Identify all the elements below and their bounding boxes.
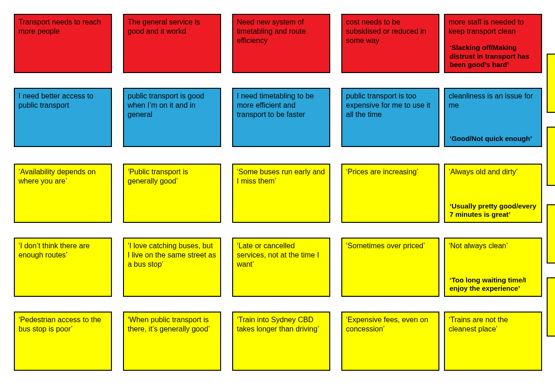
card-r4-c3: ‘Expensive fees, even on concession’ [341, 312, 439, 371]
card-r0-c0: Transport needs to reach more people [14, 14, 112, 73]
card-r0-c1: The general service is good and it workd [123, 14, 221, 73]
card-text: ‘Expensive fees, even on concession’ [346, 316, 428, 333]
card-edge-1 [547, 127, 555, 186]
card-r1-c4: cleanliness is an issue for me‘Good/Not … [444, 88, 542, 147]
card-text: ‘Public transport is generally good’ [128, 168, 188, 185]
card-text: public transport is good when I’m on it … [128, 92, 204, 118]
card-text: I need timetabling to be more efficient … [237, 92, 314, 118]
card-r4-c2: ‘Train into Sydney CBD takes longer than… [232, 312, 330, 371]
card-text: ‘Sometimes over priced’ [346, 242, 425, 250]
card-text: ‘Prices are increasing’ [346, 168, 419, 176]
card-text: ‘Late or cancelled services, not at the … [237, 242, 319, 268]
card-r4-c1: ‘When public transport is there, it’s ge… [123, 312, 221, 371]
card-text: ‘Some buses run early and I miss them’ [237, 168, 325, 185]
card-text: ‘I don’t think there are enough routes’ [18, 242, 90, 259]
card-r0-c2: Need new system of timetabling and route… [232, 14, 330, 73]
card-r0-c3: cost needs to be subsidised or reduced i… [341, 14, 439, 73]
card-text: public transport is too expensive for me… [346, 92, 430, 118]
card-edge-3 [547, 277, 555, 337]
card-text: cost needs to be subsidised or reduced i… [346, 18, 426, 44]
card-text: I need better access to public transport [18, 92, 93, 109]
card-text: ‘Always old and dirty’ [449, 168, 518, 176]
card-text: ‘Train into Sydney CBD takes longer than… [237, 316, 319, 333]
card-r1-c2: I need timetabling to be more efficient … [232, 88, 330, 147]
card-r3-c3: ‘Sometimes over priced’ [341, 238, 439, 297]
card-r2-c0: ‘Availability depends on where you are’ [14, 164, 112, 223]
card-r3-c0: ‘I don’t think there are enough routes’ [14, 238, 112, 297]
card-text: ‘Pedestrian access to the bus stop is po… [18, 316, 101, 333]
card-text: ‘Trains are not the cleanest place’ [449, 316, 508, 333]
card-text: ‘I love catching buses, but I live on th… [128, 242, 216, 268]
card-r1-c0: I need better access to public transport [14, 88, 112, 147]
card-text: more staff is needed to keep transport c… [449, 18, 524, 35]
card-text: cleanliness is an issue for me [449, 92, 533, 109]
card-edge-2 [547, 204, 555, 263]
card-text: Transport needs to reach more people [18, 18, 101, 35]
card-text: ‘When public transport is there, it’s ge… [128, 316, 210, 333]
card-r4-c0: ‘Pedestrian access to the bus stop is po… [14, 312, 112, 371]
card-r4-c4: ‘Trains are not the cleanest place’ [444, 312, 542, 371]
card-r2-c2: ‘Some buses run early and I miss them’ [232, 164, 330, 223]
card-text: ‘Availability depends on where you are’ [18, 168, 96, 185]
card-edge-0 [547, 54, 555, 113]
card-text: The general service is good and it workd [128, 18, 200, 35]
card-text: Need new system of timetabling and route… [237, 18, 306, 44]
card-r2-c4: ‘Always old and dirty’‘Usually pretty go… [444, 164, 542, 223]
card-r1-c1: public transport is good when I’m on it … [123, 88, 221, 147]
card-r3-c1: ‘I love catching buses, but I live on th… [123, 238, 221, 297]
card-r2-c3: ‘Prices are increasing’ [341, 164, 439, 223]
card-r1-c3: public transport is too expensive for me… [341, 88, 439, 147]
card-r3-c2: ‘Late or cancelled services, not at the … [232, 238, 330, 297]
affinity-board: Transport needs to reach more peopleThe … [0, 0, 555, 392]
card-overlay-text: ‘Good/Not quick enough’ [450, 135, 539, 143]
card-r3-c4: ‘Not always clean’‘Too long waiting time… [444, 238, 542, 297]
card-r0-c4: more staff is needed to keep transport c… [444, 14, 542, 73]
card-overlay-text: ‘Usually pretty good/every 7 minutes is … [450, 202, 539, 220]
card-overlay-text: ‘Too long waiting time/I enjoy the exper… [450, 276, 539, 294]
card-r2-c1: ‘Public transport is generally good’ [123, 164, 221, 223]
card-overlay-text: ‘Slacking off/Making distrust in transpo… [450, 43, 539, 69]
card-text: ‘Not always clean’ [449, 242, 508, 250]
